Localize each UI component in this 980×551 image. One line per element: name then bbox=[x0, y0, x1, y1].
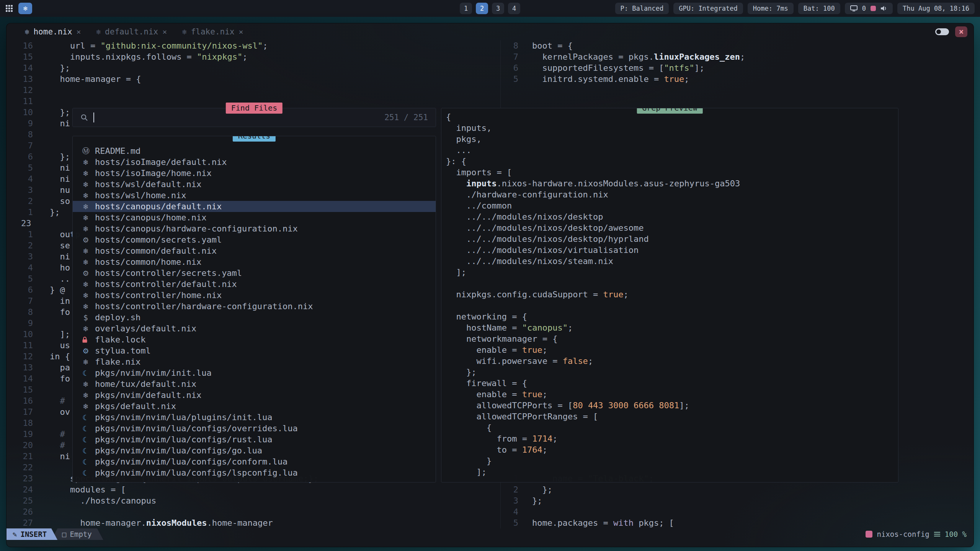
status-pill[interactable]: P: Balanced bbox=[615, 3, 669, 14]
preview-line: } bbox=[446, 455, 898, 466]
clock[interactable]: Thu Aug 08, 18:16 bbox=[897, 3, 975, 14]
telescope-results: Results ⓂREADME.md❄hosts/isoImage/defaul… bbox=[72, 136, 436, 483]
result-item[interactable]: ☾pkgs/nvim/nvim/lua/configs/go.lua bbox=[73, 445, 436, 456]
result-item[interactable]: ❄pkgs/default.nix bbox=[73, 401, 436, 412]
result-item[interactable]: ❄hosts/canopus/hardware-configuration.ni… bbox=[73, 223, 436, 234]
result-filename: pkgs/nvim/nvim/lua/configs/conform.lua bbox=[95, 457, 287, 466]
result-item[interactable]: flake.lock bbox=[73, 334, 436, 345]
prompt-cursor bbox=[93, 112, 94, 122]
line-number: 1 bbox=[7, 229, 33, 240]
result-item[interactable]: ❄hosts/common/default.nix bbox=[73, 245, 436, 256]
statusline-left: ✎ INSERT □ Empty bbox=[7, 528, 103, 540]
result-item[interactable]: ❄hosts/wsl/default.nix bbox=[73, 179, 436, 190]
result-item[interactable]: ❄hosts/controller/home.nix bbox=[73, 290, 436, 301]
line-number: 12 bbox=[7, 351, 33, 362]
tab-default.nix[interactable]: ❄default.nix× bbox=[89, 23, 175, 40]
system-tray[interactable]: 0 bbox=[845, 3, 893, 14]
result-item[interactable]: ☾pkgs/nvim/nvim/init.lua bbox=[73, 367, 436, 378]
nix-file-icon: ❄ bbox=[82, 258, 90, 266]
result-item[interactable]: ⚙stylua.toml bbox=[73, 345, 436, 356]
statusline: ✎ INSERT □ Empty nixos-config 100 % bbox=[7, 528, 973, 540]
workspace-2[interactable]: 2 bbox=[476, 3, 488, 14]
result-item[interactable]: ❄hosts/controller/default.nix bbox=[73, 279, 436, 290]
tab-label: flake.nix bbox=[191, 27, 235, 36]
workspace-4[interactable]: 4 bbox=[508, 3, 520, 14]
preview-line: ../../modules/nixos/desktop/awesome bbox=[446, 222, 898, 233]
line-number: 5 bbox=[501, 517, 518, 528]
result-filename: hosts/controller/default.nix bbox=[95, 279, 237, 289]
preview-line: ../../modules/nixos/desktop/hyprland bbox=[446, 233, 898, 245]
system-bar-right: P: BalancedGPU: IntegratedHome: 7msBat: … bbox=[615, 3, 975, 14]
result-filename: pkgs/nvim/nvim/lua/plugins/init.lua bbox=[95, 412, 273, 422]
window-controls: × bbox=[935, 26, 967, 37]
tab-close-icon[interactable]: × bbox=[77, 27, 81, 36]
result-item[interactable]: ⚙hosts/controller/secrets.yaml bbox=[73, 267, 436, 279]
line-number: 8 bbox=[7, 129, 33, 140]
lua-file-icon: ☾ bbox=[82, 424, 90, 433]
line-number: 14 bbox=[7, 62, 33, 73]
code-line: 27 home-manager.nixosModules.home-manage… bbox=[7, 517, 500, 528]
line-number: 19 bbox=[7, 429, 33, 440]
result-item[interactable]: ☾pkgs/nvim/nvim/lua/configs/rust.lua bbox=[73, 434, 436, 445]
result-item[interactable]: ❄flake.nix bbox=[73, 356, 436, 367]
result-item[interactable]: ☾pkgs/nvim/nvim/lua/configs/overrides.lu… bbox=[73, 423, 436, 434]
preview-line: allowedTCPPorts = [80 443 3000 6666 8081… bbox=[446, 400, 898, 411]
preview-line: allowedTCPPortRanges = [ bbox=[446, 411, 898, 422]
result-item[interactable]: ❄hosts/wsl/home.nix bbox=[73, 190, 436, 201]
line-number: 7 bbox=[7, 140, 33, 151]
result-filename: pkgs/default.nix bbox=[95, 401, 176, 411]
result-item[interactable]: ❄hosts/canopus/home.nix bbox=[73, 212, 436, 223]
result-filename: hosts/controller/home.nix bbox=[95, 290, 222, 300]
line-number: 3 bbox=[7, 184, 33, 196]
result-item[interactable]: ⚙hosts/common/secrets.yaml bbox=[73, 234, 436, 245]
result-item[interactable]: ☾pkgs/nvim/nvim/lua/configs/lspconfig.lu… bbox=[73, 467, 436, 478]
nix-file-icon: ❄ bbox=[82, 202, 90, 211]
line-number: 17 bbox=[7, 406, 33, 417]
result-item[interactable]: $deploy.sh bbox=[73, 312, 436, 323]
workspace-3[interactable]: 3 bbox=[492, 3, 504, 14]
line-number: 13 bbox=[7, 362, 33, 373]
result-item[interactable]: ❄hosts/isoImage/default.nix bbox=[73, 156, 436, 168]
line-number: 11 bbox=[7, 96, 33, 107]
result-item[interactable]: ❄pkgs/nvim/default.nix bbox=[73, 390, 436, 401]
code-line: 25 ./hosts/canopus bbox=[7, 495, 500, 506]
code-line: 8boot = { bbox=[501, 40, 973, 51]
status-pill[interactable]: Home: 7ms bbox=[748, 3, 794, 14]
nix-snowflake-icon[interactable]: ❄ bbox=[18, 3, 32, 14]
preview-line: ]; bbox=[446, 267, 898, 278]
tab-home.nix[interactable]: ❄home.nix× bbox=[17, 23, 89, 40]
result-filename: hosts/isoImage/home.nix bbox=[95, 168, 212, 178]
result-item[interactable]: ⓂREADME.md bbox=[73, 145, 436, 156]
result-item[interactable]: ❄hosts/controller/hardware-configuration… bbox=[73, 301, 436, 312]
result-item[interactable]: ❄hosts/isoImage/home.nix bbox=[73, 168, 436, 179]
close-window-button[interactable]: × bbox=[955, 26, 967, 37]
result-item[interactable]: ☾pkgs/nvim/nvim/lua/configs/conform.lua bbox=[73, 456, 436, 467]
preview-line: ../../modules/nixos/steam.nix bbox=[446, 256, 898, 267]
telescope-prompt[interactable]: Find Files 251 / 251 bbox=[72, 108, 436, 127]
toggle-pill-icon[interactable] bbox=[935, 28, 949, 35]
result-item[interactable]: ❄hosts/canopus/default.nix bbox=[73, 201, 436, 212]
status-pill[interactable]: Bat: 100 bbox=[798, 3, 840, 14]
preview-line bbox=[446, 278, 898, 289]
search-icon bbox=[80, 114, 88, 121]
workspace-1[interactable]: 1 bbox=[460, 3, 472, 14]
tab-flake.nix[interactable]: ❄flake.nix× bbox=[175, 23, 251, 40]
result-filename: pkgs/nvim/nvim/lua/configs/overrides.lua bbox=[95, 424, 298, 433]
line-number: 12 bbox=[7, 85, 33, 96]
code-line bbox=[501, 96, 973, 107]
tab-close-icon[interactable]: × bbox=[162, 27, 167, 36]
line-number: 8 bbox=[7, 306, 33, 318]
preview-title: Grep Preview bbox=[637, 108, 703, 114]
status-pill[interactable]: GPU: Integrated bbox=[673, 3, 743, 14]
apps-grid-icon[interactable] bbox=[5, 5, 13, 12]
tab-close-icon[interactable]: × bbox=[238, 27, 243, 36]
result-item[interactable]: ☾pkgs/nvim/nvim/lua/plugins/init.lua bbox=[73, 412, 436, 423]
result-item[interactable]: ❄home/tux/default.nix bbox=[73, 378, 436, 390]
preview-line: networkmanager = { bbox=[446, 333, 898, 344]
result-item[interactable]: ❄overlays/default.nix bbox=[73, 323, 436, 334]
nix-file-icon: ❄ bbox=[82, 214, 90, 222]
buffer-label: Empty bbox=[70, 530, 92, 538]
result-item[interactable]: ❄hosts/common/home.nix bbox=[73, 256, 436, 267]
code-line: 5 initrd.systemd.enable = true; bbox=[501, 73, 973, 85]
result-counter: 251 / 251 bbox=[384, 113, 428, 122]
